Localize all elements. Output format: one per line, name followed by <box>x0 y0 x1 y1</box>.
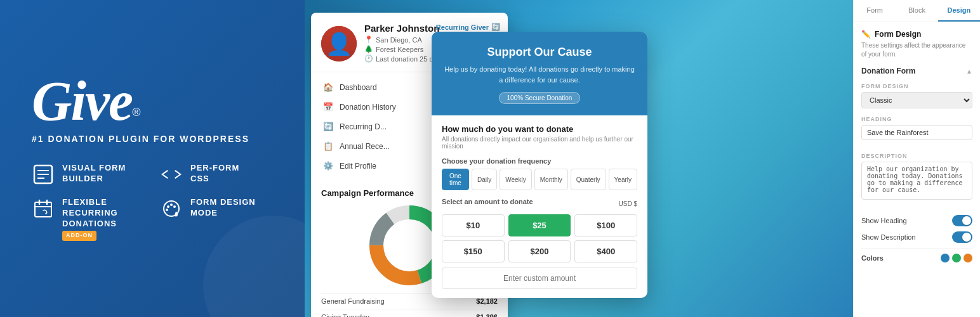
donation-form-header: Donation Form ▲ <box>861 67 972 75</box>
section-description: These settings affect the appearance of … <box>861 41 972 59</box>
recurring-giver-badge: Recurring Giver 🔄 <box>436 23 500 31</box>
amount-25[interactable]: $25 <box>508 214 571 236</box>
tab-design[interactable]: Design <box>938 0 980 22</box>
custom-amount-input[interactable] <box>442 268 637 289</box>
heading-toggle[interactable] <box>952 215 972 226</box>
amount-150[interactable]: $150 <box>442 240 505 262</box>
center-panel: Parker Johnston 📍 San Diego, CA 🌲 Forest… <box>305 0 853 317</box>
color-dots <box>941 254 972 262</box>
section-title: ✏️ Form Design <box>861 30 972 39</box>
registered-mark: ® <box>132 106 140 119</box>
campaign-name-2: Giving Tuesday <box>321 313 369 317</box>
donation-form-setting: Donation Form ▲ <box>861 67 972 75</box>
chevron-up-icon: ▲ <box>966 68 972 75</box>
campaign-amount: $2,182 <box>476 297 498 305</box>
donation-subtitle: All donations directly impact our organi… <box>442 136 637 150</box>
feature-design-mode-label: FORM DESIGNMODE <box>190 197 256 219</box>
amount-400[interactable]: $400 <box>574 240 637 262</box>
palette-icon <box>160 197 183 220</box>
form-body: How much do you want to donate All donat… <box>432 115 647 298</box>
donation-form-label: Donation Form <box>861 67 915 75</box>
recurring-icon: 🔄 <box>323 122 333 131</box>
description-setting: DESCRIPTION Help our organization by don… <box>861 153 972 207</box>
form-design-select[interactable]: Classic <box>861 92 972 108</box>
color-dot-1[interactable] <box>941 254 950 262</box>
heading-input[interactable] <box>861 125 972 140</box>
refresh-icon: 🔄 <box>491 23 500 31</box>
receipt-icon: 📋 <box>323 141 333 151</box>
clock-icon: 🕐 <box>364 55 373 63</box>
freq-label: Choose your donation frequency <box>442 157 637 165</box>
amount-10[interactable]: $10 <box>442 214 505 236</box>
svg-point-10 <box>173 205 176 208</box>
form-design-setting: FORM DESIGN Classic <box>861 83 972 108</box>
amount-label: Select an amount to donate <box>442 198 533 205</box>
location-icon: 📍 <box>364 36 373 44</box>
divider <box>861 248 972 249</box>
feature-design-mode: FORM DESIGNMODE <box>160 197 273 240</box>
features-grid: VISUAL FORMBUILDER PER-FORMCSS <box>32 163 273 240</box>
donation-form-card: Support Our Cause Help us by donating to… <box>432 32 647 298</box>
campaign-amount-2: $1,396 <box>476 313 498 317</box>
amount-grid: $10 $25 $100 $150 $200 $400 <box>442 214 637 262</box>
svg-point-9 <box>167 205 169 208</box>
addon-badge: ADD-ON <box>62 231 96 241</box>
history-icon: 📅 <box>323 102 333 112</box>
show-heading-label: Show Heading <box>861 217 907 224</box>
colors-section: Colors <box>861 254 972 262</box>
description-textarea[interactable]: Help our organization by donating today.… <box>861 162 972 200</box>
campaign-name: General Fundraising <box>321 297 385 305</box>
right-content: ✏️ Form Design These settings affect the… <box>854 22 980 315</box>
feature-per-form-css-label: PER-FORMCSS <box>190 163 239 184</box>
currency-selector[interactable]: USD $ <box>619 200 637 207</box>
left-panel: Give® #1 DONATION PLUGIN FOR WORDPRESS V… <box>0 0 305 317</box>
avatar-image <box>321 26 357 61</box>
form-design-label: FORM DESIGN <box>861 83 972 89</box>
heading-setting: HEADING <box>861 116 972 145</box>
freq-weekly[interactable]: Weekly <box>500 169 532 190</box>
amount-200[interactable]: $200 <box>508 240 571 262</box>
feature-visual-form: VISUAL FORMBUILDER <box>32 163 145 186</box>
right-panel: Form Block Design ✏️ Form Design These s… <box>853 0 980 317</box>
show-description-toggle: Show Description <box>861 231 972 243</box>
feature-per-form-css: PER-FORMCSS <box>160 163 273 186</box>
form-header: Support Our Cause Help us by donating to… <box>432 32 647 115</box>
org-icon: 🌲 <box>364 45 373 53</box>
tab-form[interactable]: Form <box>854 0 896 22</box>
feature-recurring-label: FLEXIBLE RECURRINGDONATIONS ADD-ON <box>62 197 145 240</box>
description-toggle[interactable] <box>952 231 972 243</box>
freq-monthly[interactable]: Monthly <box>534 169 568 190</box>
form-icon <box>32 163 55 186</box>
avatar <box>321 26 357 61</box>
donation-question: How much do you want to donate <box>442 124 637 134</box>
logo-text: Give <box>32 70 132 132</box>
colors-label: Colors <box>861 254 884 262</box>
svg-rect-4 <box>35 202 51 217</box>
form-title: Support Our Cause <box>444 46 635 59</box>
amount-header: Select an amount to donate USD $ <box>442 198 637 209</box>
show-description-label: Show Description <box>861 233 916 241</box>
dashboard-icon: 🏠 <box>323 82 333 92</box>
pencil-icon: ✏️ <box>861 30 871 39</box>
description-label: DESCRIPTION <box>861 153 972 159</box>
form-description: Help us by donating today! All donations… <box>444 64 635 85</box>
give-logo: Give® <box>32 76 273 126</box>
secure-badge: 100% Secure Donation <box>499 92 581 104</box>
show-heading-toggle: Show Heading <box>861 215 972 226</box>
amount-100[interactable]: $100 <box>574 214 637 236</box>
tab-block[interactable]: Block <box>896 0 937 22</box>
color-dot-3[interactable] <box>963 254 972 262</box>
campaign-row-2: Giving Tuesday $1,396 <box>321 309 498 317</box>
freq-daily[interactable]: Daily <box>472 169 497 190</box>
calendar-icon <box>32 197 55 220</box>
freq-yearly[interactable]: Yearly <box>609 169 637 190</box>
tagline: #1 DONATION PLUGIN FOR WORDPRESS <box>32 134 273 144</box>
svg-point-11 <box>170 204 173 206</box>
freq-quarterly[interactable]: Quaterly <box>571 169 606 190</box>
svg-point-12 <box>166 209 168 211</box>
freq-onetime[interactable]: One time <box>442 169 469 190</box>
gear-icon: ⚙️ <box>323 161 333 171</box>
heading-label: HEADING <box>861 116 972 122</box>
tab-bar: Form Block Design <box>854 0 980 22</box>
color-dot-2[interactable] <box>952 254 961 262</box>
